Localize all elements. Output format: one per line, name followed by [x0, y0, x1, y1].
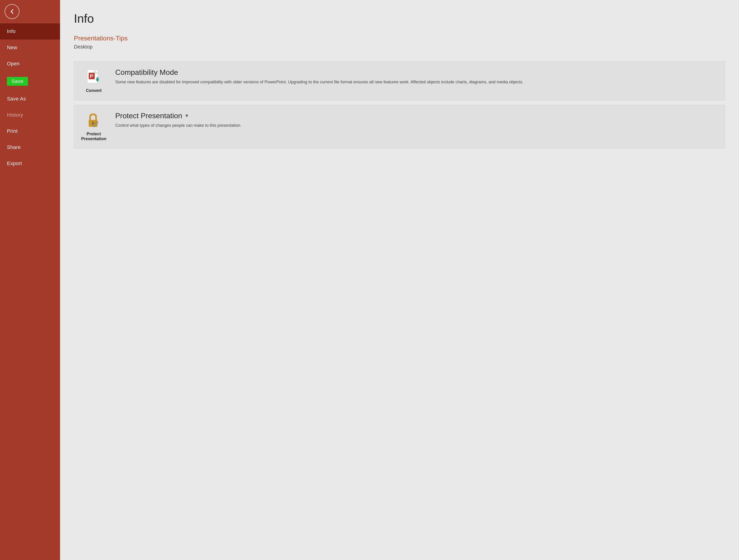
sidebar-item-save[interactable]: Save — [0, 72, 60, 91]
protect-icon — [86, 112, 102, 129]
sidebar: Info New Open Save Save As History Print… — [0, 0, 60, 560]
page-title: Info — [74, 12, 725, 25]
save-highlight-label: Save — [7, 77, 28, 86]
protect-icon-area: Protect Presentation — [79, 110, 109, 144]
sidebar-item-info[interactable]: Info — [0, 23, 60, 39]
sidebar-item-print[interactable]: Print — [0, 123, 60, 139]
convert-title: Compatibility Mode — [115, 68, 720, 77]
chevron-down-icon: ▼ — [184, 113, 189, 119]
convert-icon-area: P Convert — [79, 66, 109, 95]
nav-items: Info New Open Save Save As History Print… — [0, 23, 60, 560]
back-button-area — [0, 0, 60, 23]
sidebar-item-open[interactable]: Open — [0, 56, 60, 72]
sidebar-item-new[interactable]: New — [0, 39, 60, 56]
sidebar-item-history[interactable]: History — [0, 107, 60, 123]
main-content: Info Presentations-Tips Desktop P Conver — [60, 0, 739, 560]
protect-title: Protect Presentation ▼ — [115, 112, 720, 120]
sidebar-item-export[interactable]: Export — [0, 155, 60, 172]
svg-text:P: P — [90, 73, 93, 79]
info-cards: P Convert Compatibility Mode Some new fe… — [74, 61, 725, 148]
back-button[interactable] — [5, 4, 19, 19]
convert-text: Compatibility Mode Some new features are… — [115, 66, 720, 85]
convert-card[interactable]: P Convert Compatibility Mode Some new fe… — [74, 61, 725, 100]
protect-card[interactable]: Protect Presentation Protect Presentatio… — [74, 105, 725, 148]
svg-line-10 — [98, 122, 98, 123]
file-name: Presentations-Tips — [74, 35, 725, 42]
protect-text: Protect Presentation ▼ Control what type… — [115, 110, 720, 129]
protect-desc: Control what types of changes people can… — [115, 122, 720, 129]
file-location: Desktop — [74, 44, 725, 50]
protect-label: Protect Presentation — [81, 132, 106, 141]
sidebar-item-share[interactable]: Share — [0, 139, 60, 155]
convert-icon: P — [86, 68, 102, 86]
convert-desc: Some new features are disabled for impro… — [115, 79, 720, 85]
convert-label: Convert — [86, 88, 102, 93]
sidebar-item-save-as[interactable]: Save As — [0, 91, 60, 107]
